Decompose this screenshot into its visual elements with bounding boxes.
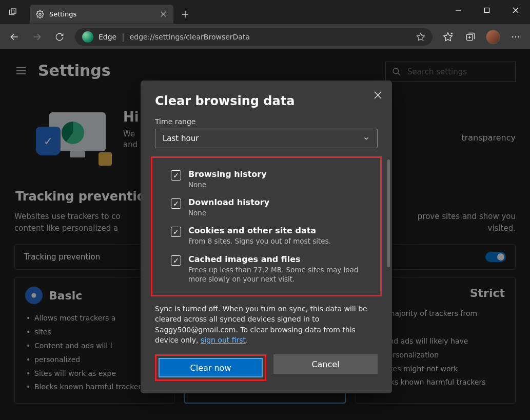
window-minimize-button[interactable] — [444, 0, 473, 21]
sign-out-link[interactable]: sign out first — [201, 336, 246, 344]
address-browser-label: Edge — [99, 33, 116, 41]
browser-tab-settings[interactable]: Settings — [30, 5, 173, 24]
new-tab-button[interactable] — [176, 6, 194, 23]
edge-icon — [82, 31, 93, 43]
annotation-highlight-clear-button: Clear now — [155, 354, 266, 381]
option-cookies[interactable]: Cookies and other site dataFrom 8 sites.… — [171, 222, 362, 250]
address-separator: | — [122, 32, 124, 42]
dialog-sync-note: Sync is turned off. When you turn on syn… — [141, 296, 392, 345]
svg-point-21 — [515, 36, 517, 37]
window-titlebar: Settings — [0, 0, 530, 24]
browser-toolbar: Edge | edge://settings/clearBrowserData — [0, 24, 530, 49]
svg-marker-13 — [417, 33, 425, 40]
svg-marker-14 — [444, 32, 453, 41]
annotation-highlight-options: Browsing historyNone Download historyNon… — [151, 156, 382, 296]
tab-actions-button[interactable] — [0, 0, 26, 24]
option-browsing-history[interactable]: Browsing historyNone — [171, 165, 362, 193]
window-maximize-button[interactable] — [473, 0, 501, 21]
svg-rect-1 — [11, 9, 16, 13]
svg-point-22 — [518, 36, 520, 37]
favorite-add-icon[interactable] — [416, 32, 425, 42]
svg-rect-8 — [485, 8, 489, 13]
clear-now-button[interactable]: Clear now — [159, 358, 263, 377]
time-range-select[interactable]: Last hour — [155, 129, 378, 148]
checkbox-cookies[interactable] — [171, 227, 181, 237]
checkbox-download-history[interactable] — [171, 198, 181, 209]
clear-browsing-data-dialog: Clear browsing data Time range Last hour… — [141, 81, 392, 393]
refresh-button[interactable] — [49, 27, 70, 47]
time-range-label: Time range — [141, 117, 392, 129]
favorites-button[interactable] — [438, 27, 458, 47]
tab-title: Settings — [49, 10, 154, 18]
chevron-down-icon — [363, 135, 370, 142]
dialog-close-button[interactable] — [370, 88, 385, 102]
window-close-button[interactable] — [501, 0, 530, 21]
profile-button[interactable] — [483, 27, 503, 47]
option-download-history[interactable]: Download historyNone — [171, 193, 362, 222]
gear-icon — [36, 10, 44, 18]
svg-point-20 — [512, 36, 514, 37]
time-range-value: Last hour — [163, 134, 199, 143]
address-url: edge://settings/clearBrowserData — [130, 33, 250, 41]
dialog-title: Clear browsing data — [141, 92, 392, 117]
collections-button[interactable] — [460, 27, 481, 47]
svg-point-2 — [39, 13, 41, 15]
checkbox-cached-images[interactable] — [171, 255, 181, 266]
more-menu-button[interactable] — [505, 27, 526, 47]
cancel-button[interactable]: Cancel — [273, 354, 378, 374]
option-cached-images[interactable]: Cached images and filesFrees up less tha… — [171, 250, 362, 288]
dialog-scrollbar[interactable] — [387, 159, 390, 267]
tab-close-button[interactable] — [159, 10, 167, 18]
avatar-icon — [486, 30, 500, 44]
back-button[interactable] — [4, 27, 25, 47]
checkbox-browsing-history[interactable] — [171, 170, 181, 181]
address-bar[interactable]: Edge | edge://settings/clearBrowserData — [75, 28, 433, 46]
forward-button[interactable] — [27, 27, 47, 47]
svg-rect-0 — [10, 10, 14, 14]
